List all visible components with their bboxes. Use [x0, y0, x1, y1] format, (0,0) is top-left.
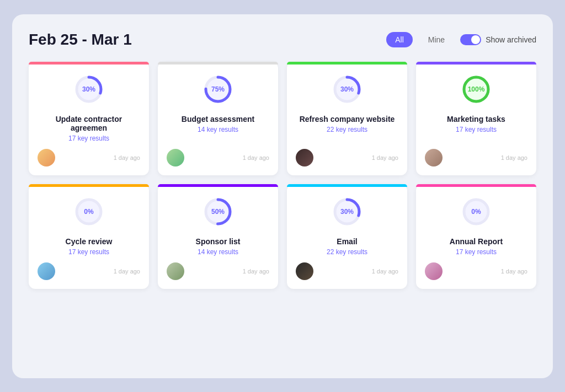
card-key-results[interactable]: 17 key results: [456, 126, 497, 133]
card-card-4[interactable]: 100% Marketing tasks 17 key results 1 da…: [416, 62, 536, 175]
header: Feb 25 - Mar 1 All Mine Show archived: [29, 31, 536, 49]
progress-text: 100%: [468, 85, 485, 93]
time-ago: 1 day ago: [114, 268, 140, 275]
time-ago: 1 day ago: [114, 154, 140, 161]
card-card-6[interactable]: 50% Sponsor list 14 key results 1 day ag…: [158, 184, 278, 289]
card-card-2[interactable]: 75% Budget assessment 14 key results 1 d…: [158, 62, 278, 175]
show-archived-toggle[interactable]: [460, 34, 481, 45]
card-title: Cycle review: [66, 237, 113, 246]
time-ago: 1 day ago: [372, 268, 398, 275]
card-title: Marketing tasks: [447, 115, 505, 123]
time-ago: 1 day ago: [243, 154, 269, 161]
card-footer: 1 day ago: [167, 149, 269, 167]
progress-text: 0%: [471, 208, 481, 216]
time-ago: 1 day ago: [501, 154, 527, 161]
show-archived-text: Show archived: [486, 35, 536, 44]
card-card-3[interactable]: 30% Refresh company website 22 key resul…: [287, 62, 407, 175]
card-border: [416, 62, 536, 65]
progress-ring: 75%: [201, 73, 234, 106]
card-card-7[interactable]: 30% Email 22 key results 1 day ago: [287, 184, 407, 289]
card-footer: 1 day ago: [38, 149, 140, 167]
progress-text: 30%: [82, 85, 95, 93]
progress-ring: 30%: [331, 73, 364, 106]
card-title: Refresh company website: [300, 115, 395, 123]
time-ago: 1 day ago: [243, 268, 269, 275]
card-key-results[interactable]: 17 key results: [68, 135, 109, 142]
show-archived-toggle-label[interactable]: Show archived: [460, 34, 536, 45]
avatar: [425, 149, 443, 167]
card-border: [416, 184, 536, 187]
card-border: [158, 184, 278, 187]
cards-grid: 30% Update contractor agreemen 17 key re…: [29, 62, 536, 289]
card-title: Update contractor agreemen: [38, 115, 140, 132]
header-controls: All Mine Show archived: [386, 32, 536, 47]
card-footer: 1 day ago: [425, 149, 527, 167]
card-title: Sponsor list: [196, 237, 241, 246]
progress-ring: 0%: [460, 195, 493, 228]
progress-ring: 30%: [72, 73, 105, 106]
avatar: [167, 262, 184, 280]
time-ago: 1 day ago: [372, 154, 398, 161]
progress-text: 75%: [211, 85, 225, 93]
card-footer: 1 day ago: [425, 262, 527, 280]
date-range-title: Feb 25 - Mar 1: [29, 31, 132, 49]
time-ago: 1 day ago: [501, 268, 527, 275]
card-footer: 1 day ago: [296, 149, 398, 167]
progress-text: 30%: [340, 85, 354, 93]
card-border: [29, 184, 149, 187]
card-border: [158, 62, 278, 65]
card-key-results[interactable]: 14 key results: [198, 248, 238, 256]
avatar: [296, 262, 313, 280]
avatar: [167, 149, 184, 167]
progress-text: 50%: [211, 208, 225, 216]
card-title: Email: [337, 237, 357, 246]
avatar: [425, 262, 443, 280]
progress-ring: 50%: [201, 195, 234, 228]
card-border: [29, 62, 149, 65]
card-footer: 1 day ago: [167, 262, 269, 280]
progress-ring: 30%: [331, 195, 364, 228]
filter-mine-button[interactable]: Mine: [419, 32, 454, 47]
card-key-results[interactable]: 17 key results: [68, 248, 109, 256]
card-key-results[interactable]: 22 key results: [327, 126, 367, 133]
avatar: [296, 149, 313, 167]
card-card-5[interactable]: 0% Cycle review 17 key results 1 day ago: [29, 184, 149, 289]
progress-ring: 100%: [460, 73, 493, 106]
card-footer: 1 day ago: [38, 262, 140, 280]
filter-all-button[interactable]: All: [386, 32, 413, 47]
progress-ring: 0%: [72, 195, 105, 228]
card-card-8[interactable]: 0% Annual Report 17 key results 1 day ag…: [416, 184, 536, 289]
progress-text: 30%: [340, 208, 354, 216]
card-border: [287, 62, 407, 65]
avatar: [38, 262, 55, 280]
avatar: [38, 149, 55, 167]
card-key-results[interactable]: 14 key results: [198, 126, 238, 133]
card-footer: 1 day ago: [296, 262, 398, 280]
card-title: Annual Report: [450, 237, 503, 246]
card-key-results[interactable]: 17 key results: [456, 248, 497, 256]
card-key-results[interactable]: 22 key results: [327, 248, 367, 256]
card-card-1[interactable]: 30% Update contractor agreemen 17 key re…: [29, 62, 149, 175]
card-title: Budget assessment: [182, 115, 254, 123]
card-border: [287, 184, 407, 187]
main-container: Feb 25 - Mar 1 All Mine Show archived 30…: [12, 14, 553, 378]
progress-text: 0%: [84, 208, 93, 216]
